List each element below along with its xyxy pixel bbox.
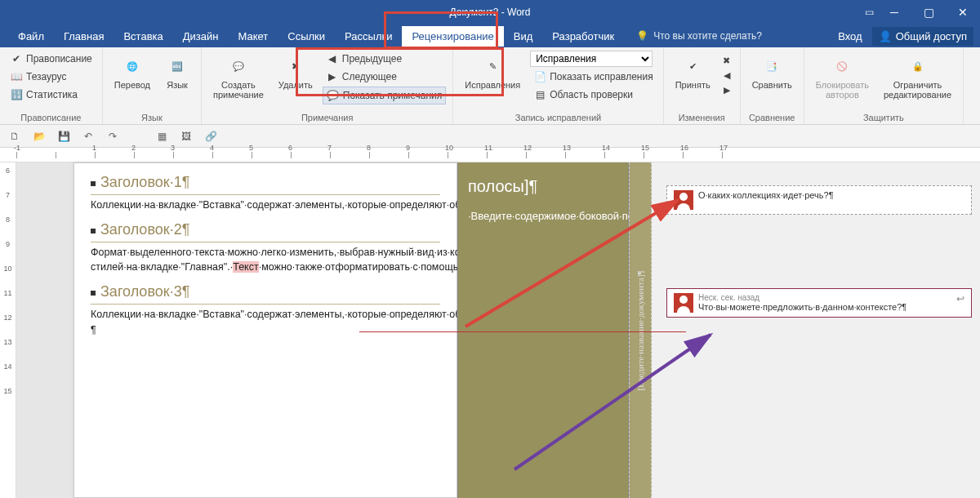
group-compare: 📑Сравнить Сравнение [741,47,804,124]
prev-icon: ◀ [326,52,339,65]
group-proofing: ✔Правописание 📖Тезаурус 🔢Статистика Прав… [0,47,103,124]
group-changes: ✔Принять ✖ ◀ ▶ Изменения [664,47,741,124]
paragraph-3: Коллекции·на·вкладке·"Вставка"·содержат·… [91,307,440,322]
maximize-button[interactable]: ▢ [911,0,946,24]
horizontal-ruler[interactable]: -11234567891011121314151617 [0,148,980,162]
document-area: 6789101112131415 Заголовок·1¶ Коллекции·… [0,162,980,498]
markup-icon: 📄 [533,70,546,83]
group-protect: 🚫Блокировать авторов 🔒Ограничить редакти… [804,47,964,124]
accept-button[interactable]: ✔Принять [670,51,715,93]
block-icon: 🚫 [830,54,854,78]
sidebar-body: ·Введите·содержимое·боковой·полосы.·Боко… [468,207,618,227]
reviewing-pane-button[interactable]: ▤Область проверки [530,87,657,103]
tab-developer[interactable]: Разработчик [542,26,624,47]
tab-view[interactable]: Вид [504,26,543,47]
comment-text: О·каких·коллекциях·идет·речь?¶ [698,190,964,200]
minimize-button[interactable]: ─ [877,0,911,24]
language-button[interactable]: 🔤Язык [160,51,194,93]
track-icon: ✎ [480,54,505,78]
stats-icon: 🔢 [10,88,23,101]
group-language: 🌐Перевод 🔤Язык Язык [103,47,202,124]
delete-comment-button[interactable]: ✖Удалить [274,51,318,93]
next-comment-button[interactable]: ▶Следующее [323,69,447,85]
share-icon: 👤 [879,30,892,42]
spelling-button[interactable]: ✔Правописание [7,51,96,67]
open-icon[interactable]: 📂 [31,128,47,145]
undo-icon[interactable]: ↶ [80,128,96,145]
menubar: Файл Главная Вставка Дизайн Макет Ссылки… [0,24,980,47]
show-comments-button[interactable]: 💬Показать примечания [323,87,447,104]
sidebar-title: полосы]¶ [468,171,618,202]
tab-design[interactable]: Дизайн [173,26,229,47]
new-doc-icon[interactable]: 🗋 [7,128,23,145]
thesaurus-button[interactable]: 📖Тезаурус [7,69,96,85]
share-button[interactable]: 👤 Общий доступ [872,27,973,46]
comment-text: Что·вы·можете·предложить·в·данном·контек… [698,302,951,312]
sign-in-link[interactable]: Вход [838,30,862,42]
group-label-changes: Изменения [670,111,733,122]
block-authors-button: 🚫Блокировать авторов [811,51,874,103]
close-button[interactable]: ✕ [946,0,980,24]
prev-comment-button[interactable]: ◀Предыдущее [323,51,447,67]
sidebar-column[interactable]: полосы]¶ ·Введите·содержимое·боковой·пол… [457,162,629,498]
next-change-icon[interactable]: ▶ [720,83,733,96]
group-label-language: Язык [109,111,194,122]
group-comments: 💬Создать примечание ✖Удалить ◀Предыдущее… [202,47,453,124]
document-page[interactable]: Заголовок·1¶ Коллекции·на·вкладке·"Встав… [74,162,457,498]
heading-1: Заголовок·1¶ [91,171,440,195]
new-comment-icon: 💬 [226,54,251,78]
prev-change-icon[interactable]: ◀ [720,69,733,82]
new-comment-button[interactable]: 💬Создать примечание [208,51,269,103]
comment-timestamp: Неск. сек. назад [698,293,951,302]
paragraph-2: Формат·выделенного·текста·можно·легко·из… [91,245,440,274]
heading-2: Заголовок·2¶ [91,219,440,242]
highlighted-word: Текст [233,261,258,273]
group-label-comments: Примечания [208,111,446,122]
tab-mailings[interactable]: Рассылки [335,26,402,47]
comment-1[interactable]: О·каких·коллекциях·идет·речь?¶ [666,185,972,215]
spellcheck-icon: ✔ [10,52,23,65]
table-icon[interactable]: ▦ [154,128,170,145]
save-icon[interactable]: 💾 [56,128,72,145]
picture-icon[interactable]: 🖼 [178,128,194,145]
translate-button[interactable]: 🌐Перевод [109,51,155,93]
tab-home[interactable]: Главная [54,26,114,47]
reject-icon[interactable]: ✖ [720,54,733,67]
compare-button[interactable]: 📑Сравнить [747,51,797,93]
reply-icon[interactable]: ↩ [956,293,964,305]
translate-icon: 🌐 [120,54,145,78]
redo-icon[interactable]: ↷ [105,128,121,145]
group-tracking: ✎Исправления Исправления 📄Показать испра… [453,47,663,124]
vertical-ruler[interactable]: 6789101112131415 [0,162,16,498]
paragraph-1: Коллекции·на·вкладке·"Вставка"·содержат·… [91,198,440,212]
link-icon[interactable]: 🔗 [203,128,219,145]
tab-review[interactable]: Рецензирование [402,26,503,47]
group-label-protect: Защитить [811,111,956,122]
window-title: Документ2 - Word [449,7,530,18]
globe-icon: 🔤 [165,54,189,78]
next-icon: ▶ [326,70,339,83]
accept-icon: ✔ [680,54,705,78]
group-label-compare: Сравнение [747,111,797,122]
tab-references[interactable]: Ссылки [278,26,335,47]
comment-connector-line [359,331,686,332]
titlebar: Документ2 - Word ▭ ─ ▢ ✕ [0,0,980,24]
show-markup-button[interactable]: 📄Показать исправления [530,69,657,85]
comment-2[interactable]: Неск. сек. назад Что·вы·можете·предложит… [666,288,972,318]
lightbulb-icon: 💡 [636,30,648,42]
tab-insert[interactable]: Вставка [114,26,172,47]
paragraph-empty: ¶ [91,322,440,337]
tab-layout[interactable]: Макет [228,26,278,47]
comments-pane: О·каких·коллекциях·идет·речь?¶ Неск. сек… [652,162,980,498]
delete-comment-icon: ✖ [283,54,308,78]
group-label-proofing: Правописание [7,111,96,122]
ribbon-options-icon[interactable]: ▭ [865,7,874,18]
restrict-editing-button[interactable]: 🔒Ограничить редактирование [879,51,956,103]
restrict-icon: 🔒 [906,54,930,78]
track-changes-button[interactable]: ✎Исправления [460,51,525,93]
tab-file[interactable]: Файл [8,26,54,47]
sidebar-placeholder[interactable]: [Введите·название·документа]¶ [629,162,652,498]
tell-me-search[interactable]: 💡 Что вы хотите сделать? [636,30,762,42]
statistics-button[interactable]: 🔢Статистика [7,87,96,103]
display-for-review-combo[interactable]: Исправления [530,51,653,67]
